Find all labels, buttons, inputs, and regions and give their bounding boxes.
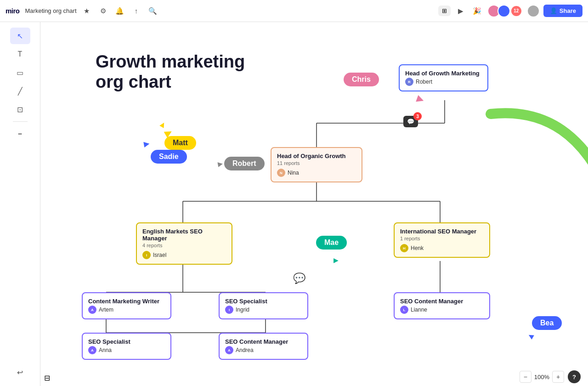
henk-avatar: H (400, 244, 408, 252)
seo-specialist-anna-box[interactable]: SEO Specialist A Anna (82, 333, 171, 360)
content-writer-title: Content Marketing Writer (88, 298, 165, 305)
bea-cursor-label: Bea (532, 316, 562, 330)
english-seo-box[interactable]: English Markets SEO Manager 4 reports I … (136, 222, 232, 265)
robert-avatar: R (405, 78, 413, 86)
head-of-organic-box[interactable]: Head of Organic Growth 11 reports N Nina (271, 147, 362, 182)
nina-avatar: N (277, 169, 285, 177)
head-of-growth-box[interactable]: Head of Growth Marketing R Robert (399, 64, 488, 91)
cursor-tool[interactable]: ↖ (10, 28, 30, 44)
content-writer-box[interactable]: Content Marketing Writer A Artem (82, 292, 171, 319)
head-of-organic-person-name: Nina (288, 170, 299, 176)
frame-tool[interactable]: ⊡ (10, 101, 30, 118)
undo-tool[interactable]: ↩ (10, 364, 30, 380)
content-writer-person-name: Artem (99, 307, 113, 313)
collaborators-avatars: 12 (487, 5, 521, 17)
zoom-control: − 100% + (520, 371, 564, 383)
israel-avatar: I (142, 251, 151, 259)
head-of-growth-person: R Robert (405, 78, 482, 86)
panel-toggle[interactable]: ⊟ (40, 370, 54, 386)
seo-content-manager-lianne-person-name: Lianne (411, 307, 427, 313)
avatar-2 (498, 5, 510, 17)
robert-cursor-label: Robert (224, 157, 265, 170)
comment-bubble[interactable]: 💬 3 (403, 116, 418, 127)
sticky-tool[interactable]: ▭ (10, 64, 30, 81)
anna-avatar: A (88, 346, 96, 354)
international-seo-reports: 1 reports (400, 236, 484, 241)
comment-icon: 💬 (407, 118, 414, 125)
seo-content-manager-lianne-person: L Lianne (400, 306, 484, 314)
head-of-organic-person: N Nina (277, 169, 356, 177)
board-title[interactable]: Marketing org chart (25, 7, 77, 14)
mae-cursor-arrow: ▶ (334, 256, 339, 264)
current-user-avatar[interactable] (527, 5, 540, 17)
more-tools[interactable]: •• (10, 125, 30, 142)
head-of-organic-reports: 11 reports (277, 160, 356, 166)
english-seo-title: English Markets SEO Manager (142, 228, 226, 242)
matt-cursor-arrow: ▶ (143, 139, 150, 148)
international-seo-title: International SEO Manager (400, 228, 484, 235)
international-seo-person-name: Henk (411, 245, 424, 251)
mode-switcher[interactable]: ⊞ (438, 6, 451, 16)
timer-icon[interactable]: 🎉 (471, 5, 484, 17)
andrea-avatar: A (225, 346, 233, 354)
artem-avatar: A (88, 306, 96, 314)
seo-content-manager-andrea-title: SEO Content Manager (225, 338, 302, 345)
seo-content-manager-andrea-person-name: Andrea (236, 347, 254, 353)
chat-icon-small[interactable]: 💬 (293, 272, 305, 284)
chart-title: Growth marketing org chart (96, 52, 245, 92)
notifications-icon[interactable]: 🔔 (113, 5, 126, 17)
seo-specialist-ingrid-person-name: Ingrid (236, 307, 249, 313)
head-of-organic-title: Head of Organic Growth (277, 153, 356, 159)
seo-content-manager-andrea-person: A Andrea (225, 346, 302, 354)
seo-specialist-ingrid-person: I Ingrid (225, 306, 302, 314)
avatar-count: 12 (511, 6, 521, 16)
seo-content-manager-andrea-box[interactable]: SEO Content Manager A Andrea (219, 333, 308, 360)
help-button[interactable]: ? (568, 370, 581, 383)
bottombar: − 100% + ? (81, 368, 588, 386)
search-icon[interactable]: 🔍 (147, 5, 159, 17)
zoom-out-button[interactable]: − (520, 371, 531, 383)
comment-container[interactable]: 💬 3 (403, 116, 418, 127)
chart-title-line1: Growth marketing (96, 52, 245, 71)
ingrid-avatar: I (225, 306, 233, 314)
share-label: Share (560, 7, 576, 14)
star-icon[interactable]: ★ (80, 5, 93, 17)
mae-cursor-label: Mae (316, 236, 347, 250)
left-sidebar: ↖ T ▭ ╱ ⊡ •• ↩ (0, 22, 40, 386)
international-seo-person: H Henk (400, 244, 484, 252)
miro-logo: miro (6, 7, 20, 15)
english-seo-person-name: Israel (153, 252, 166, 258)
sadie-cursor-label: Sadie (151, 150, 187, 164)
head-of-growth-title: Head of Growth Marketing (405, 70, 482, 77)
seo-content-manager-lianne-title: SEO Content Manager (400, 298, 484, 305)
sidebar-divider (13, 121, 28, 122)
share-export-icon[interactable]: ↑ (130, 5, 143, 17)
zoom-in-button[interactable]: + (552, 371, 564, 383)
present-icon[interactable]: ▶ (454, 5, 467, 17)
chris-cursor-label: Chris (344, 73, 379, 86)
seo-specialist-anna-title: SEO Specialist (88, 338, 165, 345)
comment-badge: 3 (413, 112, 422, 120)
seo-content-manager-lianne-box[interactable]: SEO Content Manager L Lianne (394, 292, 490, 319)
chris-cursor-arrow: ▶ (415, 92, 425, 105)
content-writer-person: A Artem (88, 306, 165, 314)
seo-specialist-ingrid-title: SEO Specialist (225, 298, 302, 305)
english-seo-reports: 4 reports (142, 243, 226, 248)
seo-specialist-anna-person-name: Anna (99, 347, 112, 353)
seo-specialist-ingrid-box[interactable]: SEO Specialist I Ingrid (219, 292, 308, 319)
head-of-growth-person-name: Robert (416, 79, 432, 85)
green-checkmark-arrow (481, 105, 588, 215)
canvas[interactable]: Growth marketing org chart Chris ▶ Matt … (40, 22, 588, 386)
lianne-avatar: L (400, 306, 408, 314)
share-icon: 👤 (550, 7, 557, 14)
settings-icon[interactable]: ⚙ (97, 5, 110, 17)
seo-specialist-anna-person: A Anna (88, 346, 165, 354)
zoom-level: 100% (534, 374, 549, 380)
share-button[interactable]: 👤 Share (543, 5, 582, 17)
topbar-right: ⊞ ▶ 🎉 12 👤 Share (438, 5, 582, 17)
bea-cursor-arrow: ◀ (527, 331, 536, 340)
matt-cursor-label: Matt (164, 136, 196, 150)
text-tool[interactable]: T (10, 46, 30, 62)
international-seo-box[interactable]: International SEO Manager 1 reports H He… (394, 222, 490, 258)
pen-tool[interactable]: ╱ (10, 83, 30, 99)
